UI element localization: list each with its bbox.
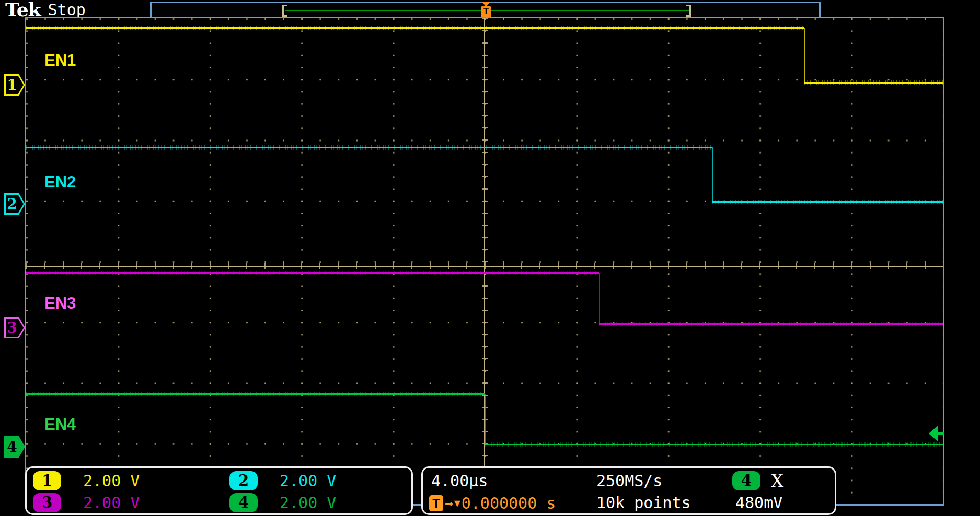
trigger-time-value: 0.000000 s [462, 494, 556, 512]
channel-scale-readout-box: 1 2.00 V 2 2.00 V 3 2.00 V 4 2.00 V [25, 466, 413, 515]
trigger-t-badge-icon: T [429, 495, 443, 511]
graticule [25, 17, 944, 506]
signal-label-en2: EN2 [44, 173, 76, 192]
record-length-readout: 10k points [596, 493, 691, 513]
center-horizontal-line [26, 266, 943, 267]
sample-rate-readout: 250MS/s [596, 471, 662, 491]
channel-2-badge: 2 [229, 471, 258, 490]
trigger-position-minimap-icon[interactable]: T [480, 2, 492, 17]
channel-4-scale: 2.00 V [280, 493, 336, 513]
tek-logo: Tek [5, 0, 41, 19]
channel-1-badge: 1 [33, 471, 61, 490]
signal-label-en4: EN4 [44, 415, 76, 434]
channel-number: 4 [4, 436, 20, 458]
trigger-source-badge: 4 [732, 471, 760, 490]
channel-3-scale: 2.00 V [83, 493, 140, 513]
channel-3-badge: 3 [33, 493, 61, 512]
header: Tek Stop [5, 0, 86, 19]
signal-label-en3: EN3 [44, 294, 76, 313]
trigger-level-readout: 480mV [735, 493, 782, 513]
channel-number: 1 [4, 74, 20, 96]
channel-number: 3 [4, 317, 20, 338]
channel-1-ground-marker[interactable]: 1 [4, 74, 25, 96]
trigger-position-readout: T → ▼ 0.000000 s [429, 493, 556, 513]
trigger-slope-symbol: X [771, 470, 783, 491]
channel-number: 2 [4, 193, 20, 215]
timebase-readout: 4.00µs [431, 471, 488, 491]
trigger-vertical-line [484, 18, 485, 504]
trigger-marker-icon: ▼ [454, 495, 460, 511]
trigger-t-flag-icon: T [481, 6, 491, 17]
channel-2-scale: 2.00 V [280, 471, 336, 491]
acquisition-window-left-bracket-icon [282, 5, 287, 17]
channel-3-ground-marker[interactable]: 3 [4, 317, 25, 338]
arrow-tail [937, 432, 944, 435]
channel-2-ground-marker[interactable]: 2 [4, 193, 25, 215]
signal-label-en1: EN1 [44, 51, 76, 70]
trigger-level-arrow-icon[interactable] [929, 426, 944, 441]
trigger-arrow-icon: → [445, 495, 453, 511]
channel-1-scale: 2.00 V [83, 471, 140, 491]
horizontal-trigger-readout-box: 4.00µs 250MS/s 10k points T → ▼ 0.000000… [421, 466, 836, 515]
acquisition-window-right-bracket-icon [686, 5, 691, 17]
channel-4-badge: 4 [229, 493, 258, 512]
channel-4-ground-marker[interactable]: 4 [4, 436, 25, 458]
